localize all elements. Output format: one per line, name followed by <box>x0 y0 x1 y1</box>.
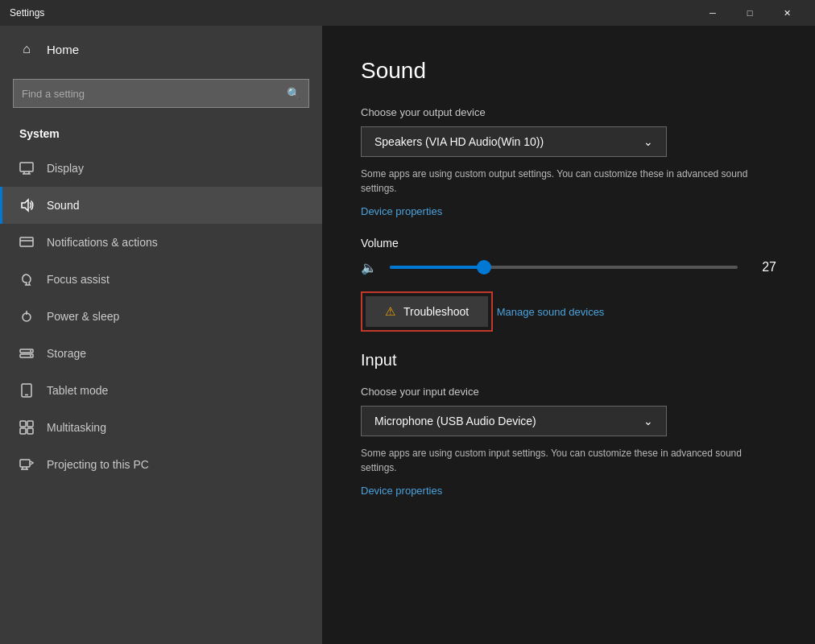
volume-track <box>390 266 738 269</box>
titlebar-title: Settings <box>10 7 44 19</box>
page-title: Sound <box>361 58 776 84</box>
output-section: Choose your output device Speakers (VIA … <box>361 106 776 345</box>
search-container: 🔍 <box>0 72 322 121</box>
minimize-button[interactable]: ─ <box>694 0 731 26</box>
svg-rect-15 <box>20 421 26 427</box>
svg-point-11 <box>30 350 31 352</box>
sidebar-item-display[interactable]: Display <box>0 150 322 187</box>
storage-label: Storage <box>47 347 86 360</box>
output-helper-text: Some apps are using custom output settin… <box>361 167 776 196</box>
volume-value: 27 <box>751 260 776 275</box>
sidebar-item-projecting[interactable]: Projecting to this PC <box>0 446 322 483</box>
sidebar-item-home[interactable]: ⌂ Home <box>0 26 322 72</box>
output-dropdown-value: Speakers (VIA HD Audio(Win 10)) <box>374 135 544 148</box>
warning-icon: ⚠ <box>385 304 395 319</box>
notifications-label: Notifications & actions <box>47 236 158 249</box>
sidebar-item-power[interactable]: Power & sleep <box>0 298 322 335</box>
input-section: Input Choose your input device Microphon… <box>361 351 776 516</box>
output-device-dropdown[interactable]: Speakers (VIA HD Audio(Win 10)) ⌄ <box>361 126 667 157</box>
home-icon: ⌂ <box>19 42 34 56</box>
projecting-label: Projecting to this PC <box>47 458 149 471</box>
sidebar-item-focus[interactable]: Focus assist <box>0 261 322 298</box>
close-button[interactable]: ✕ <box>768 0 805 26</box>
home-label: Home <box>47 43 79 56</box>
multitasking-icon <box>19 420 34 435</box>
search-box: 🔍 <box>13 79 309 108</box>
input-dropdown-chevron-icon: ⌄ <box>643 415 653 427</box>
output-dropdown-container: Speakers (VIA HD Audio(Win 10)) ⌄ <box>361 126 776 157</box>
input-device-dropdown[interactable]: Microphone (USB Audio Device) ⌄ <box>361 406 667 436</box>
focus-icon <box>19 272 34 287</box>
content-area: Sound Choose your output device Speakers… <box>322 26 815 644</box>
svg-rect-18 <box>27 428 33 434</box>
volume-label: Volume <box>361 237 776 250</box>
input-helper-text: Some apps are using custom input setting… <box>361 446 776 475</box>
sound-icon <box>19 198 34 213</box>
power-icon <box>19 309 34 324</box>
volume-row: 🔈 27 <box>361 259 776 275</box>
input-dropdown-container: Microphone (USB Audio Device) ⌄ <box>361 406 776 436</box>
troubleshoot-button[interactable]: ⚠ Troubleshoot <box>366 296 488 327</box>
output-device-label: Choose your output device <box>361 106 776 118</box>
svg-rect-0 <box>20 163 33 171</box>
search-input[interactable] <box>22 88 287 100</box>
notifications-icon <box>19 235 34 250</box>
display-icon <box>19 161 34 175</box>
svg-point-12 <box>30 355 31 357</box>
tablet-label: Tablet mode <box>47 384 108 397</box>
maximize-button[interactable]: □ <box>731 0 768 26</box>
tablet-icon <box>19 383 34 398</box>
sidebar-item-storage[interactable]: Storage <box>0 335 322 372</box>
sidebar-item-multitasking[interactable]: Multitasking <box>0 409 322 446</box>
manage-sound-devices-link[interactable]: Manage sound devices <box>497 306 605 318</box>
sidebar-section-label: System <box>0 121 322 150</box>
storage-icon <box>19 346 34 361</box>
troubleshoot-highlight: ⚠ Troubleshoot <box>361 291 493 332</box>
troubleshoot-label: Troubleshoot <box>403 305 469 318</box>
projecting-icon <box>19 457 34 472</box>
volume-thumb <box>477 260 491 275</box>
device-properties-link[interactable]: Device properties <box>361 205 442 217</box>
volume-fill <box>390 266 484 269</box>
svg-marker-4 <box>22 200 28 211</box>
titlebar: Settings ─ □ ✕ <box>0 0 815 26</box>
input-device-label: Choose your input device <box>361 386 776 398</box>
svg-rect-17 <box>20 428 26 434</box>
volume-slider[interactable] <box>390 259 738 275</box>
power-label: Power & sleep <box>47 310 119 323</box>
main-container: ⌂ Home 🔍 System Display <box>0 26 815 644</box>
display-label: Display <box>47 162 84 175</box>
sidebar: ⌂ Home 🔍 System Display <box>0 26 322 644</box>
volume-icon: 🔈 <box>361 260 377 275</box>
svg-rect-16 <box>27 421 33 427</box>
search-icon[interactable]: 🔍 <box>287 87 300 100</box>
sidebar-item-notifications[interactable]: Notifications & actions <box>0 224 322 261</box>
focus-label: Focus assist <box>47 273 110 286</box>
input-device-properties-link[interactable]: Device properties <box>361 485 442 497</box>
sound-label: Sound <box>47 199 79 212</box>
sidebar-item-sound[interactable]: Sound <box>0 187 322 224</box>
dropdown-chevron-icon: ⌄ <box>643 135 653 148</box>
multitasking-label: Multitasking <box>47 421 106 434</box>
sidebar-item-tablet[interactable]: Tablet mode <box>0 372 322 409</box>
svg-rect-5 <box>20 237 33 246</box>
input-section-title: Input <box>361 351 776 369</box>
input-dropdown-value: Microphone (USB Audio Device) <box>374 415 536 427</box>
svg-rect-19 <box>20 460 30 467</box>
titlebar-controls: ─ □ ✕ <box>694 0 805 26</box>
